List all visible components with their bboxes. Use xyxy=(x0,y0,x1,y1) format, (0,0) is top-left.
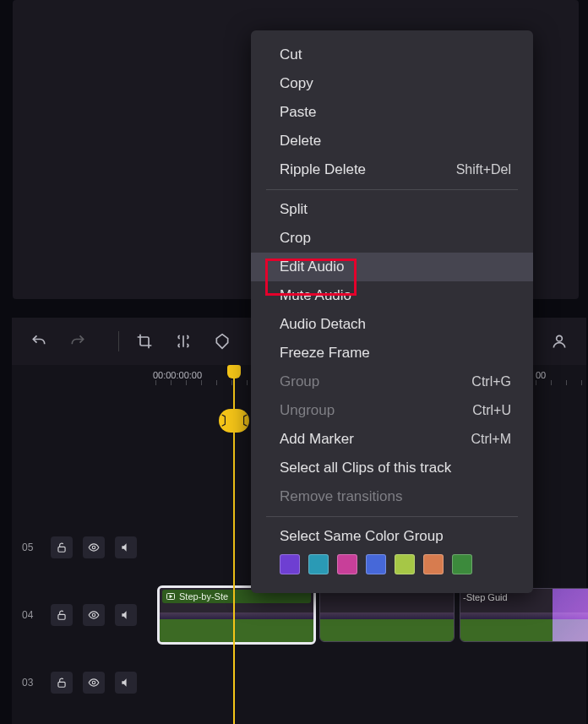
marker-tool-button[interactable] xyxy=(210,329,234,353)
menu-item-shortcut: Ctrl+G xyxy=(471,374,511,389)
menu-item-crop[interactable]: Crop xyxy=(251,224,533,253)
speaker-icon xyxy=(120,542,132,553)
menu-separator xyxy=(266,516,518,517)
redo-icon xyxy=(69,333,86,350)
menu-item-audio-detach[interactable]: Audio Detach xyxy=(251,310,533,339)
menu-item-ripple-delete[interactable]: Ripple DeleteShift+Del xyxy=(251,155,533,184)
split-tool-button[interactable] xyxy=(172,329,195,353)
menu-item-delete[interactable]: Delete xyxy=(251,127,533,155)
unlock-icon xyxy=(56,677,68,689)
menu-item-label: Ripple Delete xyxy=(280,161,366,178)
marker-icon xyxy=(214,333,231,350)
bracket-right-icon: 〔 xyxy=(236,413,248,429)
menu-item-edit-audio[interactable]: Edit Audio xyxy=(251,253,533,281)
menu-item-freeze-frame[interactable]: Freeze Frame xyxy=(251,339,533,367)
clip-c[interactable]: -Step Guid xyxy=(460,588,588,642)
split-icon xyxy=(175,333,192,350)
user-button[interactable] xyxy=(547,329,571,353)
color-swatch[interactable] xyxy=(395,554,415,574)
playhead-handle[interactable]: 〕 〔 xyxy=(219,409,249,433)
divider xyxy=(118,331,119,351)
color-swatch[interactable] xyxy=(423,554,444,574)
lock-track-button[interactable] xyxy=(51,536,73,558)
clip-a[interactable]: Step-by-Ste xyxy=(157,585,316,645)
redo-button[interactable] xyxy=(66,329,90,353)
menu-item-remove-transitions: Remove transitions xyxy=(251,482,533,511)
lock-track-button[interactable] xyxy=(51,672,73,694)
menu-item-select-all-clips-of-this-track[interactable]: Select all Clips of this track xyxy=(251,454,533,482)
color-swatch[interactable] xyxy=(366,554,386,574)
svg-rect-5 xyxy=(58,614,65,619)
menu-item-label: Mute Audio xyxy=(280,287,351,304)
menu-item-label: Edit Audio xyxy=(280,259,345,275)
svg-rect-8 xyxy=(58,682,65,687)
menu-item-select-same-color-group[interactable]: Select Same Color Group xyxy=(251,522,533,551)
mute-button[interactable] xyxy=(115,604,137,626)
menu-item-label: Remove transitions xyxy=(280,488,403,505)
menu-item-label: Group xyxy=(280,373,319,390)
undo-button[interactable] xyxy=(27,329,51,353)
undo-icon xyxy=(30,333,47,350)
bracket-left-icon: 〕 xyxy=(220,413,233,429)
menu-item-ungroup: UngroupCtrl+U xyxy=(251,396,533,425)
unlock-icon xyxy=(56,542,68,553)
menu-item-paste[interactable]: Paste xyxy=(251,98,533,127)
menu-item-label: Delete xyxy=(280,133,321,150)
menu-item-shortcut: Shift+Del xyxy=(456,162,511,177)
menu-item-split[interactable]: Split xyxy=(251,195,533,224)
menu-item-label: Add Marker xyxy=(280,431,354,448)
svg-point-2 xyxy=(557,335,563,341)
visibility-button[interactable] xyxy=(83,536,105,558)
track-head: 05 xyxy=(12,514,155,581)
menu-item-shortcut: Ctrl+M xyxy=(471,432,511,447)
color-swatch[interactable] xyxy=(337,554,357,574)
menu-item-mute-audio[interactable]: Mute Audio xyxy=(251,281,533,310)
track-number: 04 xyxy=(22,609,44,621)
menu-item-cut[interactable]: Cut xyxy=(251,41,533,69)
clip-label: -Step Guid xyxy=(463,592,588,602)
clip-label: Step-by-Ste xyxy=(179,591,228,602)
clip-thumbnail xyxy=(320,589,454,641)
visibility-button[interactable] xyxy=(83,672,105,694)
color-swatch[interactable] xyxy=(308,554,329,574)
mute-button[interactable] xyxy=(115,672,137,694)
clip-b[interactable] xyxy=(319,588,455,642)
svg-point-9 xyxy=(92,681,95,684)
menu-item-label: Audio Detach xyxy=(280,316,366,333)
ruler-label: 00 xyxy=(536,370,546,380)
mute-button[interactable] xyxy=(115,536,137,558)
video-icon xyxy=(166,591,176,602)
color-swatch[interactable] xyxy=(280,554,300,574)
visibility-button[interactable] xyxy=(83,604,105,626)
track-number: 05 xyxy=(22,542,44,553)
eye-icon xyxy=(88,609,100,621)
crop-tool-button[interactable] xyxy=(133,329,156,353)
menu-item-copy[interactable]: Copy xyxy=(251,69,533,98)
menu-item-label: Cut xyxy=(280,46,302,63)
user-icon xyxy=(551,333,568,350)
menu-item-label: Split xyxy=(280,201,308,218)
context-menu: CutCopyPasteDeleteRipple DeleteShift+Del… xyxy=(251,30,533,593)
svg-point-4 xyxy=(92,546,95,549)
menu-item-label: Freeze Frame xyxy=(280,345,370,362)
ruler-label: 00:00:00:00 xyxy=(153,370,202,380)
menu-item-label: Crop xyxy=(280,230,311,247)
svg-rect-3 xyxy=(58,547,65,552)
lock-track-button[interactable] xyxy=(51,604,73,626)
menu-item-label: Select all Clips of this track xyxy=(280,460,451,476)
menu-item-shortcut: Ctrl+U xyxy=(472,403,511,418)
menu-item-label: Copy xyxy=(280,75,313,92)
speaker-icon xyxy=(120,609,132,621)
color-group-row xyxy=(251,551,533,583)
color-swatch[interactable] xyxy=(452,554,472,574)
menu-item-label: Ungroup xyxy=(280,402,335,419)
speaker-icon xyxy=(120,677,132,689)
eye-icon xyxy=(88,542,100,553)
track-head: 04 xyxy=(12,581,155,649)
menu-item-add-marker[interactable]: Add MarkerCtrl+M xyxy=(251,425,533,454)
eye-icon xyxy=(88,677,100,689)
track-row-03: 03 xyxy=(12,649,586,716)
menu-item-label: Paste xyxy=(280,104,316,121)
menu-item-group: GroupCtrl+G xyxy=(251,367,533,396)
menu-separator xyxy=(266,189,518,190)
